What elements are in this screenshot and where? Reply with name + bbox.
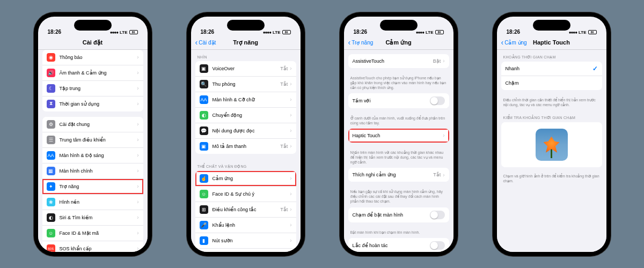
settings-row[interactable]: AAMàn hình & Độ sáng› [42,148,143,163]
touch-accom-row[interactable]: Thích nghi cảm ứng Tắt › [348,168,449,182]
status-right: ●●●● LTE 86 [569,30,597,35]
chevron-right-icon: › [443,132,444,138]
row-label: Điều khiển công tắc [213,207,281,212]
notch [74,20,112,31]
nav-back-button[interactable]: ‹ Cài đặt [195,39,216,46]
settings-row[interactable]: ◐Siri & Tìm kiếm› [42,210,143,226]
battery-icon: 86 [435,30,444,34]
toggle-switch[interactable] [430,211,445,219]
assistivetouch-row[interactable]: AssistiveTouch Bật › [348,54,449,68]
settings-icon: ⚙ [47,120,55,129]
content-1[interactable]: ◉Thông báo›🔊Âm thanh & Cảm ứng›☾Tập trun… [38,50,148,252]
nav-bar: Cài đặt [38,36,148,50]
settings-row[interactable]: ◐Chuyển động› [195,108,296,123]
settings-row[interactable]: ▣Mô tả âm thanhTắt› [195,139,296,154]
settings-row[interactable]: ☺Face ID & Mật mã› [42,226,143,241]
nav-bar: ‹ Cài đặt Trợ năng [191,36,301,50]
settings-icon: ☺ [47,229,55,237]
row-label: Chạm để bật màn hình [353,212,430,218]
chevron-right-icon: › [290,191,291,197]
settings-row[interactable]: ✦Trợ năng› [42,179,143,195]
settings-icon: 🔍 [200,80,208,88]
screen-3: 18:26 ●●●● LTE 86 ‹ Trợ năng Cảm ứng Ass… [344,17,453,252]
duration-group: Nhanh ✓ Chậm [501,62,602,90]
phone-4: 18:26 ●●●● LTE 86 ‹ Cảm ứng Haptic Touch… [493,12,611,256]
row-label: AssistiveTouch [353,58,433,64]
row-label: Trợ năng [60,184,137,189]
phone-1: 18:26 ●●●● LTE 86 Cài đặt ◉Thông báo›🔊Âm… [34,12,152,256]
settings-row[interactable]: ▮Nút sườn› [195,233,296,249]
settings-row[interactable]: ▦Màn hình chính› [42,163,143,179]
settings-icon: ▣ [200,64,208,73]
nav-back-button[interactable]: ‹ Trợ năng [348,39,374,46]
motor-group: ☝Cảm ứng›☺Face ID & Sự chú ý›⊞Điều khiển… [195,171,296,252]
settings-icon: 🔊 [47,69,55,77]
battery-icon: 86 [282,30,291,34]
footer-test: Chạm và giữ hình ảnh ở trên để kiểm tra … [497,172,606,187]
tap-wake-row[interactable]: Chạm để bật màn hình [348,207,449,222]
chevron-right-icon: › [290,65,291,71]
vision-group: ▣VoiceOverTắt›🔍Thu phóngTắt›AAMàn hình &… [195,61,296,154]
signal-icon: ●●●● [416,30,424,35]
settings-row[interactable]: ⧗Thời gian sử dụng› [42,96,143,111]
settings-group-2: ⚙Cài đặt chung›☰Trung tâm điều khiển›AAM… [42,117,143,252]
settings-row[interactable]: 🔍Thu phóngTắt› [195,77,296,92]
settings-row[interactable]: ☺Face ID & Sự chú ý› [195,187,296,202]
lte-label: LTE [273,30,281,35]
toggle-switch[interactable] [430,96,445,105]
battery-icon: 86 [588,30,597,34]
settings-row[interactable]: ⚙Cài đặt chung› [42,117,143,132]
settings-icon: ◐ [200,111,208,120]
settings-icon: AA [47,151,55,160]
settings-row[interactable]: ❀Hình nền› [42,195,143,210]
settings-row[interactable]: ▣VoiceOverTắt› [195,61,296,77]
settings-row[interactable]: ◉Thông báo› [42,50,143,65]
settings-row[interactable]: ◉Điều khiển thiết bị ở gần› [195,249,296,252]
content-3[interactable]: AssistiveTouch Bật › AssistiveTouch cho … [344,50,453,252]
settings-icon: ✦ [47,182,55,191]
settings-row[interactable]: ☝Cảm ứng› [195,171,296,187]
shake-undo-row[interactable]: Lắc để hoàn tác [348,238,449,252]
nav-back-label: Cài đặt [199,40,216,46]
row-value: Tắt [433,172,441,177]
lte-label: LTE [579,30,587,35]
toggle-switch[interactable] [430,241,445,250]
settings-row[interactable]: 🎤Khẩu lệnh› [195,218,296,233]
row-label: SOS khẩn cấp [60,246,137,251]
settings-row[interactable]: 🔊Âm thanh & Cảm ứng› [42,65,143,81]
chevron-right-icon: › [137,85,138,91]
status-time: 18:26 [201,29,215,35]
settings-row[interactable]: ☰Trung tâm điều khiển› [42,132,143,148]
section-header-vision: NHÌN [191,50,301,61]
notch [533,20,570,31]
settings-row[interactable]: ☾Tập trung› [42,81,143,96]
settings-row[interactable]: ⊞Điều khiển công tắcTắt› [195,202,296,218]
chevron-right-icon: › [290,96,291,102]
signal-icon: ●●●● [110,30,118,35]
haptic-touch-row[interactable]: Haptic Touch › [348,129,449,143]
assistivetouch-group: AssistiveTouch Bật › [348,54,449,68]
chevron-right-icon: › [137,54,138,60]
row-value: Tắt [280,144,288,149]
fast-option-row[interactable]: Nhanh ✓ [501,62,602,76]
haptic-touch-group: Haptic Touch › [348,129,449,143]
row-label: Màn hình & Cỡ chữ [213,97,290,102]
nav-back-button[interactable]: ‹ Cảm ứng [501,39,527,46]
row-label: Màn hình chính [60,168,137,174]
settings-row[interactable]: 💬Nội dung được đọc› [195,123,296,139]
settings-icon: ◉ [47,53,55,62]
row-label: Thích nghi cảm ứng [353,172,434,177]
settings-icon: 💬 [200,126,208,135]
chevron-right-icon: › [137,121,138,127]
settings-row[interactable]: SOSSOS khẩn cấp› [42,241,143,252]
footer-3: Nhấn trên màn hình với các khoảng thời g… [344,148,453,168]
test-image[interactable] [536,129,568,161]
chevron-right-icon: › [137,214,138,220]
slow-option-row[interactable]: Chậm [501,76,602,90]
settings-row[interactable]: AAMàn hình & Cỡ chữ› [195,92,296,108]
content-2[interactable]: NHÌN ▣VoiceOverTắt›🔍Thu phóngTắt›AAMàn h… [191,50,301,252]
row-label: Lắc để hoàn tác [353,243,430,248]
reachability-row[interactable]: Tầm với [348,93,449,108]
content-4[interactable]: KHOẢNG THỜI GIAN CHẠM Nhanh ✓ Chậm Điều … [497,50,606,252]
notch [227,20,265,31]
